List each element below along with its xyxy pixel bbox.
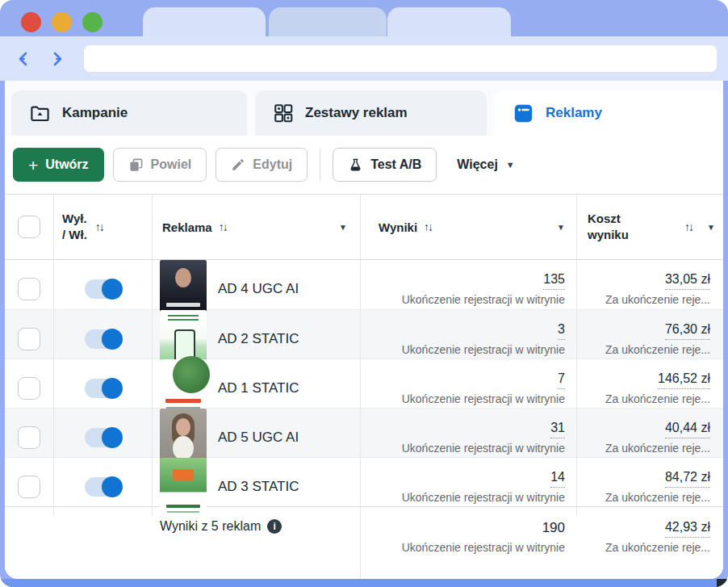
- close-window-icon[interactable]: [21, 12, 41, 32]
- cost-value: 40,44 zł: [665, 419, 710, 438]
- create-button[interactable]: + Utwórz: [13, 148, 104, 182]
- pencil-icon: [231, 157, 245, 172]
- tab-zestawy-reklam[interactable]: Zestawy reklam: [255, 90, 487, 136]
- status-toggle[interactable]: [85, 279, 122, 299]
- cost-label: Za ukończenie reje...: [605, 441, 710, 457]
- info-icon[interactable]: i: [267, 519, 282, 534]
- row-checkbox[interactable]: [18, 476, 40, 498]
- results-label: Ukończenie rejestracji w witrynie: [402, 392, 565, 408]
- results-value: 14: [550, 468, 565, 488]
- column-menu-icon[interactable]: ▼: [339, 223, 347, 232]
- level-tabs: Kampanie Zestawy reklam: [5, 81, 723, 136]
- toggle-knob: [102, 329, 123, 350]
- status-toggle[interactable]: [85, 477, 122, 497]
- results-label: Ukończenie rejestracji w witrynie: [402, 441, 565, 457]
- tab-label: Zestawy reklam: [305, 105, 408, 121]
- ad-name[interactable]: AD 2 STATIC: [218, 331, 299, 347]
- browser-titlebar: [0, 0, 728, 36]
- sort-icon[interactable]: ↑↓: [424, 220, 432, 233]
- sort-icon[interactable]: ↑↓: [95, 220, 103, 233]
- row-checkbox[interactable]: [18, 328, 40, 350]
- cost-value: 146,52 zł: [658, 370, 710, 389]
- results-value: 135: [543, 270, 565, 290]
- column-menu-icon[interactable]: ▼: [557, 223, 565, 232]
- sort-icon[interactable]: ↑↓: [684, 220, 692, 233]
- column-header-wyniki[interactable]: Wyniki ↑↓ ▼: [360, 195, 576, 259]
- duplicate-icon: [128, 157, 144, 173]
- status-toggle[interactable]: [85, 379, 122, 398]
- ad-sets-grid-icon: [273, 103, 294, 124]
- maximize-window-icon[interactable]: [82, 12, 103, 32]
- chevron-down-icon: ▼: [506, 160, 515, 170]
- browser-tab[interactable]: [269, 7, 387, 36]
- toolbar-divider: [320, 149, 320, 181]
- edit-button[interactable]: Edytuj: [215, 148, 308, 182]
- status-toggle[interactable]: [85, 329, 122, 349]
- browser-tab[interactable]: [387, 7, 511, 36]
- action-toolbar: + Utwórz Powiel Edytuj: [5, 136, 723, 194]
- browser-tab[interactable]: [143, 7, 266, 36]
- cost-label: Za ukończenie reje...: [605, 490, 710, 506]
- table-row: AD 5 UGC AI 31 Ukończenie rejestracji w …: [5, 408, 723, 457]
- summary-cost-value: 42,93 zł: [665, 518, 710, 538]
- summary-label: Wyniki z 5 reklam: [160, 519, 261, 534]
- ad-name[interactable]: AD 4 UGC AI: [218, 281, 299, 297]
- ad-name[interactable]: AD 3 STATIC: [218, 479, 299, 495]
- corner-resize-handle: [717, 579, 728, 587]
- tab-reklamy[interactable]: Reklamy: [495, 90, 723, 136]
- flask-icon: [348, 157, 363, 173]
- cost-label: Za ukończenie reje...: [605, 342, 710, 358]
- table-header: Wył. / Wł. ↑↓ Reklama ↑↓ ▼ Wyniki ↑↓ ▼ K…: [5, 194, 723, 260]
- table-body: AD 4 UGC AI 135 Ukończenie rejestracji w…: [5, 260, 723, 506]
- traffic-lights: [21, 12, 103, 32]
- minimize-window-icon[interactable]: [52, 12, 72, 32]
- tab-kampanie[interactable]: Kampanie: [11, 90, 247, 136]
- table-row: AD 1 STATIC 7 Ukończenie rejestracji w w…: [5, 358, 723, 408]
- results-value: 7: [558, 370, 565, 389]
- ab-test-button[interactable]: Test A/B: [333, 148, 437, 182]
- forward-icon[interactable]: [45, 48, 66, 69]
- row-checkbox[interactable]: [18, 426, 40, 449]
- summary-results-value: 190: [542, 518, 565, 538]
- ad-thumbnail[interactable]: [160, 458, 207, 516]
- table-row: AD 4 UGC AI 135 Ukończenie rejestracji w…: [5, 260, 723, 309]
- status-toggle[interactable]: [85, 428, 122, 447]
- cost-label: Za ukończenie reje...: [605, 392, 710, 408]
- results-label: Ukończenie rejestracji w witrynie: [402, 292, 565, 308]
- address-bar-input[interactable]: [84, 45, 717, 72]
- duplicate-button[interactable]: Powiel: [113, 148, 207, 182]
- ad-name[interactable]: AD 5 UGC AI: [218, 430, 299, 446]
- ad-name[interactable]: AD 1 STATIC: [218, 380, 299, 396]
- column-menu-icon[interactable]: ▼: [707, 223, 715, 232]
- toggle-knob: [102, 476, 123, 497]
- row-checkbox[interactable]: [18, 278, 40, 300]
- cost-label: Za ukończenie reje...: [605, 292, 710, 308]
- table-row: AD 2 STATIC 3 Ukończenie rejestracji w w…: [5, 309, 723, 358]
- toggle-knob: [102, 378, 123, 399]
- results-value: 31: [550, 419, 565, 438]
- tab-label: Reklamy: [546, 105, 602, 121]
- select-all-checkbox[interactable]: [18, 216, 40, 238]
- sort-icon[interactable]: ↑↓: [219, 220, 227, 233]
- plus-icon: +: [28, 157, 38, 174]
- tab-label: Kampanie: [62, 105, 128, 121]
- browser-window: Kampanie Zestawy reklam: [0, 0, 728, 587]
- more-button[interactable]: Więcej ▼: [446, 157, 525, 172]
- results-label: Ukończenie rejestracji w witrynie: [402, 342, 565, 358]
- cost-value: 76,30 zł: [665, 321, 710, 340]
- toggle-knob: [102, 427, 123, 448]
- summary-cost-label: Za ukończenie reje...: [605, 540, 710, 556]
- toggle-knob: [102, 279, 123, 300]
- ads-icon: [513, 103, 534, 124]
- column-header-koszt[interactable]: Koszt wyniku ↑↓ ▼: [576, 195, 723, 259]
- table-row: AD 3 STATIC 14 Ukończenie rejestracji w …: [5, 457, 723, 506]
- column-header-reklama[interactable]: Reklama ↑↓ ▼: [152, 195, 360, 259]
- cost-value: 33,05 zł: [665, 270, 710, 290]
- cost-value: 84,72 zł: [665, 468, 710, 488]
- column-header-onoff[interactable]: Wył. / Wł. ↑↓: [53, 195, 152, 259]
- row-checkbox[interactable]: [18, 377, 40, 400]
- campaigns-folder-icon: [29, 103, 51, 124]
- summary-results-label: Ukończenie rejestracji w witrynie: [402, 540, 565, 556]
- back-icon[interactable]: [15, 48, 36, 69]
- browser-toolbar: [0, 36, 728, 81]
